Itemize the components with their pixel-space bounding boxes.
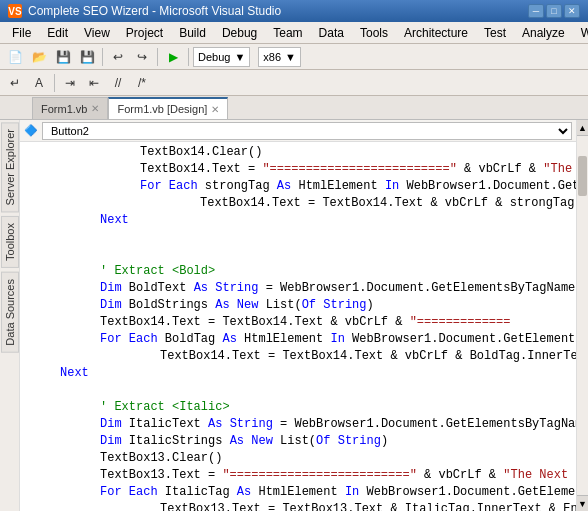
sep5 <box>54 74 55 92</box>
main-area: Server Explorer Toolbox Data Sources 🔷 B… <box>0 120 588 511</box>
tab-bar: Form1.vb ✕ Form1.vb [Design] ✕ <box>0 96 588 120</box>
tab-close-0[interactable]: ✕ <box>91 103 99 114</box>
tab-form1-design[interactable]: Form1.vb [Design] ✕ <box>108 97 228 119</box>
toolbar-row-1: 📄 📂 💾 💾 ↩ ↪ ▶ Debug ▼ x86 ▼ <box>0 44 588 70</box>
toolbar-row-2: ↵ A ⇥ ⇤ // /* <box>0 70 588 96</box>
code-line-21: For Each ItalicTag As HtmlElement In Web… <box>20 484 576 501</box>
code-line-12: For Each BoldTag As HtmlElement In WebBr… <box>20 331 576 348</box>
new-project-btn[interactable]: 📄 <box>4 46 26 68</box>
save-btn[interactable]: 💾 <box>52 46 74 68</box>
code-line-8: ' Extract <Bold> <box>20 263 576 280</box>
code-nav-dropdown[interactable]: Button2 <box>42 122 572 140</box>
close-button[interactable]: ✕ <box>564 4 580 18</box>
code-line-6 <box>20 229 576 246</box>
save-all-btn[interactable]: 💾 <box>76 46 98 68</box>
code-line-1: TextBox14.Clear() <box>20 144 576 161</box>
menu-team[interactable]: Team <box>265 23 310 43</box>
code-line-11: TextBox14.Text = TextBox14.Text & vbCrLf… <box>20 314 576 331</box>
tab-label-0: Form1.vb <box>41 103 87 115</box>
code-line-5: Next <box>20 212 576 229</box>
title-text: Complete SEO Wizerd - Microsoft Visual S… <box>28 4 281 18</box>
window-controls: ─ □ ✕ <box>528 4 580 18</box>
code-line-3: For Each strongTag As HtmlElement In Web… <box>20 178 576 195</box>
redo-btn[interactable]: ↪ <box>131 46 153 68</box>
platform-label: x86 <box>263 51 281 63</box>
start-btn[interactable]: ▶ <box>162 46 184 68</box>
code-line-20: TextBox13.Text = "======================… <box>20 467 576 484</box>
sep4 <box>252 46 256 68</box>
open-btn[interactable]: 📂 <box>28 46 50 68</box>
code-line-15 <box>20 382 576 399</box>
debug-label: Debug <box>198 51 230 63</box>
debug-arrow: ▼ <box>234 51 245 63</box>
tab-form1-vb[interactable]: Form1.vb ✕ <box>32 97 108 119</box>
tab-label-1: Form1.vb [Design] <box>117 103 207 115</box>
code-line-16: ' Extract <Italic> <box>20 399 576 416</box>
code-line-13: TextBox14.Text = TextBox14.Text & vbCrLf… <box>20 348 576 365</box>
data-sources-tab[interactable]: Data Sources <box>1 272 19 353</box>
toolbox-tab[interactable]: Toolbox <box>1 216 19 268</box>
indent-btn[interactable]: ⇥ <box>59 72 81 94</box>
platform-dropdown[interactable]: x86 ▼ <box>258 47 301 67</box>
debug-dropdown[interactable]: Debug ▼ <box>193 47 250 67</box>
menu-project[interactable]: Project <box>118 23 171 43</box>
tab-close-1[interactable]: ✕ <box>211 104 219 115</box>
menu-file[interactable]: File <box>4 23 39 43</box>
code-line-14: Next <box>20 365 576 382</box>
menu-data[interactable]: Data <box>311 23 352 43</box>
menu-view[interactable]: View <box>76 23 118 43</box>
code-line-19: TextBox13.Clear() <box>20 450 576 467</box>
code-line-4: TextBox14.Text = TextBox14.Text & vbCrLf… <box>20 195 576 212</box>
code-line-10: Dim BoldStrings As New List(Of String) <box>20 297 576 314</box>
app-icon: VS <box>8 4 22 18</box>
menu-test[interactable]: Test <box>476 23 514 43</box>
minimize-button[interactable]: ─ <box>528 4 544 18</box>
sep1 <box>102 48 103 66</box>
editor-panel: 🔷 Button2 TextBox14.Clear() TextBox14.Te… <box>20 120 576 511</box>
unindent-btn[interactable]: ⇤ <box>83 72 105 94</box>
menu-analyze[interactable]: Analyze <box>514 23 573 43</box>
sep2 <box>157 48 158 66</box>
code-line-22: TextBox13.Text = TextBox13.Text & Italic… <box>20 501 576 511</box>
code-editor[interactable]: TextBox14.Clear() TextBox14.Text = "====… <box>20 142 576 511</box>
menu-tools[interactable]: Tools <box>352 23 396 43</box>
menu-window[interactable]: Window <box>573 23 588 43</box>
tb2-btn1[interactable]: ↵ <box>4 72 26 94</box>
server-explorer-tab[interactable]: Server Explorer <box>1 122 19 212</box>
menu-architecture[interactable]: Architecture <box>396 23 476 43</box>
scroll-thumb[interactable] <box>578 156 587 196</box>
menu-bar: File Edit View Project Build Debug Team … <box>0 22 588 44</box>
code-line-17: Dim ItalicText As String = WebBrowser1.D… <box>20 416 576 433</box>
uncomment-btn[interactable]: /* <box>131 72 153 94</box>
code-nav-bar: 🔷 Button2 <box>20 120 576 142</box>
maximize-button[interactable]: □ <box>546 4 562 18</box>
menu-debug[interactable]: Debug <box>214 23 265 43</box>
code-line-9: Dim BoldText As String = WebBrowser1.Doc… <box>20 280 576 297</box>
menu-edit[interactable]: Edit <box>39 23 76 43</box>
left-sidebar: Server Explorer Toolbox Data Sources <box>0 120 20 511</box>
title-bar: VS Complete SEO Wizerd - Microsoft Visua… <box>0 0 588 22</box>
tb2-btn2[interactable]: A <box>28 72 50 94</box>
code-line-7 <box>20 246 576 263</box>
comment-btn[interactable]: // <box>107 72 129 94</box>
undo-btn[interactable]: ↩ <box>107 46 129 68</box>
menu-build[interactable]: Build <box>171 23 214 43</box>
vertical-scrollbar[interactable]: ▲ ▼ <box>576 120 588 511</box>
code-line-2: TextBox14.Text = "======================… <box>20 161 576 178</box>
platform-arrow: ▼ <box>285 51 296 63</box>
nav-icon: 🔷 <box>24 124 38 137</box>
scroll-down-btn[interactable]: ▼ <box>577 495 588 511</box>
sep3 <box>188 48 189 66</box>
scroll-up-btn[interactable]: ▲ <box>577 120 588 136</box>
code-line-18: Dim ItalicStrings As New List(Of String) <box>20 433 576 450</box>
